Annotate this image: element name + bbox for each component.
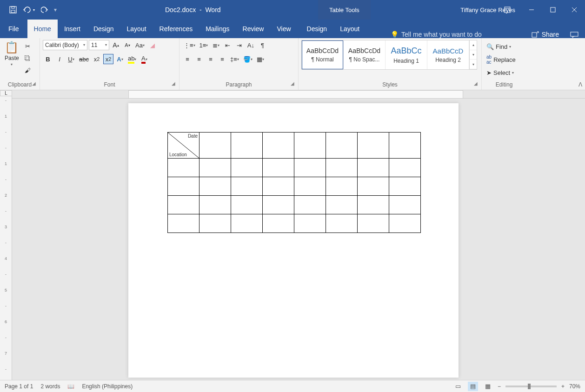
justify-button[interactable]: ≡ <box>217 54 227 64</box>
table-cell[interactable] <box>231 214 263 233</box>
table-cell[interactable] <box>389 214 421 233</box>
table-cell[interactable] <box>326 177 358 196</box>
table-cell[interactable] <box>358 214 389 233</box>
table-cell[interactable] <box>389 133 421 159</box>
style-no-spacing[interactable]: AaBbCcDd ¶ No Spac... <box>344 40 386 69</box>
table-cell[interactable] <box>294 177 326 196</box>
clipboard-dialog-launcher[interactable]: ◢ <box>32 79 36 89</box>
font-name-combo[interactable]: Calibri (Body)▾ <box>43 40 87 50</box>
table-cell[interactable] <box>231 196 263 214</box>
table-cell[interactable] <box>294 159 326 177</box>
web-layout-button[interactable]: ▦ <box>483 382 493 391</box>
underline-button[interactable]: U▾ <box>66 54 76 64</box>
page[interactable]: Date Location <box>128 103 459 378</box>
table-cell[interactable] <box>199 196 231 214</box>
style-normal[interactable]: AaBbCcDd ¶ Normal <box>302 40 344 69</box>
word-count[interactable]: 2 words <box>40 383 60 390</box>
line-spacing-button[interactable]: ‡≡▾ <box>229 54 240 64</box>
table-cell[interactable] <box>168 214 199 233</box>
text-effects-button[interactable]: A▾ <box>115 54 125 64</box>
subscript-button[interactable]: x2 <box>92 54 102 64</box>
table-cell[interactable] <box>199 159 231 177</box>
styles-dialog-launcher[interactable]: ◢ <box>474 79 478 89</box>
bullets-button[interactable]: ⋮≡▾ <box>182 40 197 50</box>
paste-button[interactable]: 📋 Paste ▾ <box>3 40 21 67</box>
table-cell[interactable] <box>199 214 231 233</box>
increase-indent-button[interactable]: ⇥ <box>234 40 244 50</box>
table-cell[interactable] <box>168 159 199 177</box>
align-center-button[interactable]: ≡ <box>194 54 204 64</box>
numbering-button[interactable]: 1≡▾ <box>198 40 210 50</box>
shading-button[interactable]: 🪣▾ <box>242 54 254 64</box>
tab-insert[interactable]: Insert <box>58 20 87 38</box>
table-cell[interactable] <box>231 159 263 177</box>
font-size-combo[interactable]: 11▾ <box>89 40 109 50</box>
sort-button[interactable]: A↓ <box>246 40 256 50</box>
find-button[interactable]: 🔍Find▾ <box>485 41 518 52</box>
qat-customize-icon[interactable]: ▾ <box>54 7 57 13</box>
decrease-indent-button[interactable]: ⇤ <box>222 40 233 50</box>
change-case-button[interactable]: Aa▾ <box>134 40 146 50</box>
table-cell[interactable] <box>168 196 199 214</box>
share-button[interactable]: Share <box>532 31 559 38</box>
table-cell[interactable] <box>326 159 358 177</box>
gallery-down-button[interactable]: ▾ <box>470 50 477 60</box>
table-cell[interactable] <box>358 133 389 159</box>
table-cell[interactable] <box>263 133 294 159</box>
table-cell[interactable] <box>389 159 421 177</box>
paragraph-dialog-launcher[interactable]: ◢ <box>291 79 294 89</box>
copy-button[interactable]: ⿻ <box>23 53 33 63</box>
gallery-up-button[interactable]: ▴ <box>470 40 477 50</box>
tab-home[interactable]: Home <box>27 20 58 38</box>
tab-review[interactable]: Review <box>236 20 271 38</box>
table-cell[interactable] <box>199 133 231 159</box>
collapse-ribbon-button[interactable]: ᐱ <box>578 81 582 88</box>
language-indicator[interactable]: English (Philippines) <box>82 383 133 390</box>
table-cell[interactable] <box>358 196 389 214</box>
align-left-button[interactable]: ≡ <box>182 54 193 64</box>
align-right-button[interactable]: ≡ <box>206 54 216 64</box>
undo-button[interactable]: ▾ <box>22 3 35 16</box>
close-button[interactable] <box>564 0 585 20</box>
save-button[interactable] <box>7 3 20 16</box>
table-cell[interactable] <box>358 177 389 196</box>
show-marks-button[interactable]: ¶ <box>257 40 267 50</box>
document-table[interactable]: Date Location <box>167 132 421 233</box>
spellcheck-icon[interactable]: 📖 <box>67 383 74 390</box>
clear-formatting-button[interactable]: ◢ <box>147 40 158 50</box>
select-button[interactable]: ➤Select▾ <box>485 67 518 78</box>
redo-button[interactable] <box>38 3 51 16</box>
minimize-button[interactable] <box>521 0 542 20</box>
strikethrough-button[interactable]: abc <box>78 54 90 64</box>
tab-view[interactable]: View <box>270 20 297 38</box>
table-cell[interactable] <box>326 133 358 159</box>
font-color-button[interactable]: A▾ <box>139 54 149 64</box>
table-cell[interactable] <box>263 214 294 233</box>
table-cell[interactable] <box>389 196 421 214</box>
table-cell[interactable] <box>231 133 263 159</box>
table-cell[interactable] <box>294 133 326 159</box>
vertical-ruler[interactable]: -1--1-2-3-4-5-6-7-8-9-10-11-12-13-14-15-… <box>0 96 12 392</box>
zoom-in-button[interactable]: + <box>561 383 565 390</box>
italic-button[interactable]: I <box>54 54 65 64</box>
multilevel-list-button[interactable]: ≣▾ <box>211 40 221 50</box>
tab-file[interactable]: File <box>0 20 27 38</box>
horizontal-ruler[interactable] <box>12 90 585 99</box>
tab-table-layout[interactable]: Layout <box>333 20 366 38</box>
read-mode-button[interactable]: ▭ <box>453 382 463 391</box>
format-painter-button[interactable]: 🖌 <box>23 65 33 75</box>
cut-button[interactable]: ✂ <box>23 41 33 51</box>
print-layout-button[interactable]: ▤ <box>468 382 478 391</box>
tab-mailings[interactable]: Mailings <box>199 20 236 38</box>
borders-button[interactable]: ▦▾ <box>255 54 266 64</box>
tab-references[interactable]: References <box>153 20 199 38</box>
table-cell[interactable] <box>199 177 231 196</box>
table-cell[interactable] <box>326 196 358 214</box>
table-cell[interactable] <box>231 177 263 196</box>
table-header-cell[interactable]: Date Location <box>168 133 199 159</box>
gallery-more-button[interactable]: ▾ <box>470 60 477 69</box>
table-cell[interactable] <box>389 177 421 196</box>
zoom-out-button[interactable]: − <box>498 383 501 390</box>
tell-me-search[interactable]: 💡 Tell me what you want to do <box>391 31 482 38</box>
shrink-font-button[interactable]: A▾ <box>122 40 133 50</box>
